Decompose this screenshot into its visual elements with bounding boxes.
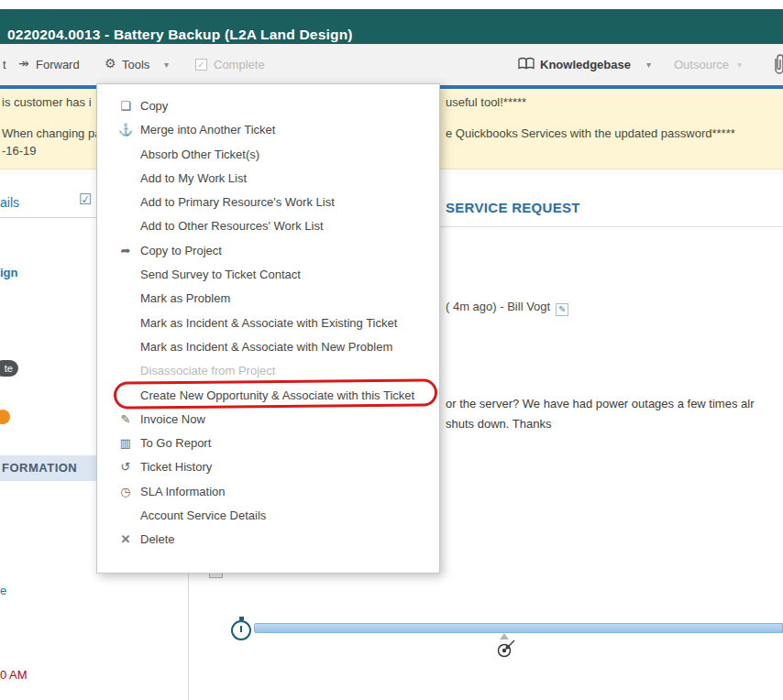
- menu-item-label: SLA Information: [140, 485, 226, 498]
- details-tab-fragment[interactable]: ails: [0, 195, 19, 210]
- menu-item-add-other-worklist[interactable]: Add to Other Resources' Work List: [97, 214, 439, 238]
- forward-button[interactable]: Forward: [36, 58, 80, 71]
- menu-item-copy-to-project[interactable]: ➦Copy to Project: [97, 239, 439, 263]
- timeline-bar[interactable]: [254, 623, 783, 633]
- ticket-meta-fragment: ( 4m ago) - Bill Vogt✎: [446, 300, 568, 316]
- forward-icon: ↠: [18, 56, 29, 71]
- knowledgebase-caret-icon[interactable]: ▾: [646, 60, 651, 70]
- copy-project-icon: ➦: [117, 239, 134, 263]
- banner-line2-left: When changing pa: [2, 126, 101, 140]
- menu-item-label: Mark as Incident & Associate with Existi…: [140, 316, 397, 330]
- time-fragment: 0 AM: [0, 668, 28, 682]
- menu-item-delete[interactable]: ✕Delete: [97, 528, 439, 552]
- stopwatch-icon: [231, 620, 251, 640]
- menu-item-merge[interactable]: ⚓Merge into Another Ticket: [97, 118, 439, 142]
- service-request-heading: SERVICE REQUEST: [446, 200, 580, 215]
- ticket-body-line1: or the server? We have had power outages…: [446, 397, 755, 410]
- delete-x-icon: ✕: [117, 528, 134, 552]
- toolbar: [0, 44, 783, 85]
- history-clock-icon: ↺: [117, 455, 134, 479]
- attachment-paperclip-icon[interactable]: [771, 52, 783, 82]
- menu-item-send-survey[interactable]: Send Survey to Ticket Contact: [97, 263, 439, 287]
- invoice-icon: ✎: [117, 408, 134, 432]
- menu-item-label: Disassociate from Project: [140, 364, 275, 377]
- menu-item-label: Absorb Other Ticket(s): [140, 148, 259, 161]
- menu-item-mark-incident-new[interactable]: Mark as Incident & Associate with New Pr…: [97, 335, 439, 359]
- tools-menu: ❏Copy ⚓Merge into Another Ticket Absorb …: [96, 83, 440, 574]
- complete-button: Complete: [214, 58, 265, 71]
- complete-check-icon: ✓: [195, 59, 207, 71]
- meta-text: ( 4m ago) - Bill Vogt: [446, 300, 550, 313]
- menu-item-label: Merge into Another Ticket: [140, 123, 275, 137]
- menu-item-label: Send Survey to Ticket Contact: [140, 268, 301, 281]
- menu-item-ticket-history[interactable]: ↺Ticket History: [97, 455, 439, 479]
- menu-item-sla-information[interactable]: ◷SLA Information: [97, 480, 439, 504]
- company-link-fragment[interactable]: ign: [0, 266, 18, 279]
- outsource-caret-icon: ▾: [737, 60, 742, 70]
- menu-item-label: To Go Report: [140, 436, 211, 450]
- accept-button-fragment[interactable]: t: [3, 58, 6, 71]
- report-icon: ▥: [117, 432, 134, 455]
- menu-item-to-go-report[interactable]: ▥To Go Report: [97, 432, 439, 455]
- ticket-title: 0220204.0013 - Battery Backup (L2A Land …: [7, 27, 353, 43]
- tools-icon: ⚙: [105, 56, 116, 71]
- edit-note-icon[interactable]: ✎: [556, 303, 568, 316]
- menu-item-label: Invoice Now: [140, 412, 205, 426]
- menu-item-label: Delete: [140, 532, 175, 546]
- menu-item-label: Copy: [140, 99, 168, 113]
- banner-line2-right: e Quickbooks Services with the updated p…: [446, 126, 735, 140]
- menu-item-account-service-details[interactable]: Account Service Details: [97, 504, 439, 528]
- field-link-fragment[interactable]: e: [0, 584, 6, 597]
- menu-item-label: Copy to Project: [140, 244, 222, 257]
- menu-item-add-primary-worklist[interactable]: Add to Primary Resource's Work List: [97, 191, 439, 214]
- tools-button[interactable]: Tools: [122, 58, 149, 71]
- menu-item-mark-problem[interactable]: Mark as Problem: [97, 287, 439, 311]
- menu-item-invoice-now[interactable]: ✎Invoice Now: [97, 408, 439, 432]
- menu-item-copy[interactable]: ❏Copy: [97, 94, 439, 118]
- knowledgebase-button[interactable]: Knowledgebase: [540, 58, 631, 71]
- menu-item-mark-incident-existing[interactable]: Mark as Incident & Associate with Existi…: [97, 312, 439, 335]
- banner-line3: -16-19: [2, 144, 37, 158]
- menu-item-add-my-worklist[interactable]: Add to My Work List: [97, 167, 439, 191]
- orange-status-icon: [0, 410, 10, 424]
- form-checklist-icon[interactable]: ☑: [79, 191, 92, 208]
- menu-item-create-opportunity[interactable]: Create New Opportunity & Associate with …: [97, 384, 439, 408]
- outsource-button: Outsource: [674, 58, 729, 71]
- menu-item-label: Add to My Work List: [140, 171, 247, 185]
- goal-target-icon: [496, 640, 516, 662]
- knowledgebase-icon: [518, 57, 535, 74]
- status-pill: te: [0, 360, 18, 377]
- banner-line1-left: is customer has i: [2, 95, 92, 109]
- sla-clock-icon: ◷: [117, 480, 134, 504]
- app-screen: 0220204.0013 - Battery Backup (L2A Land …: [0, 0, 783, 700]
- menu-item-label: Add to Other Resources' Work List: [140, 219, 324, 233]
- menu-item-label: Ticket History: [140, 460, 212, 474]
- info-section-header-fragment: FORMATION: [2, 461, 77, 475]
- timeline-marker-icon: [500, 633, 509, 640]
- banner-line1-right: useful tool!*****: [446, 95, 526, 109]
- menu-item-disassociate-project: Disassociate from Project: [97, 359, 439, 383]
- ticket-body-line2: shuts down. Thanks: [446, 417, 551, 431]
- tools-caret-icon[interactable]: ▾: [164, 60, 169, 70]
- menu-item-label: Mark as Problem: [140, 291, 230, 305]
- copy-icon: ❏: [117, 94, 134, 118]
- menu-item-label: Create New Opportunity & Associate with …: [140, 388, 414, 402]
- menu-item-label: Mark as Incident & Associate with New Pr…: [140, 340, 392, 354]
- ticket-title-bar: 0220204.0013 - Battery Backup (L2A Land …: [0, 9, 783, 44]
- merge-icon: ⚓: [117, 118, 134, 142]
- menu-item-absorb[interactable]: Absorb Other Ticket(s): [97, 143, 439, 167]
- menu-item-label: Add to Primary Resource's Work List: [140, 195, 335, 209]
- menu-item-label: Account Service Details: [140, 509, 266, 522]
